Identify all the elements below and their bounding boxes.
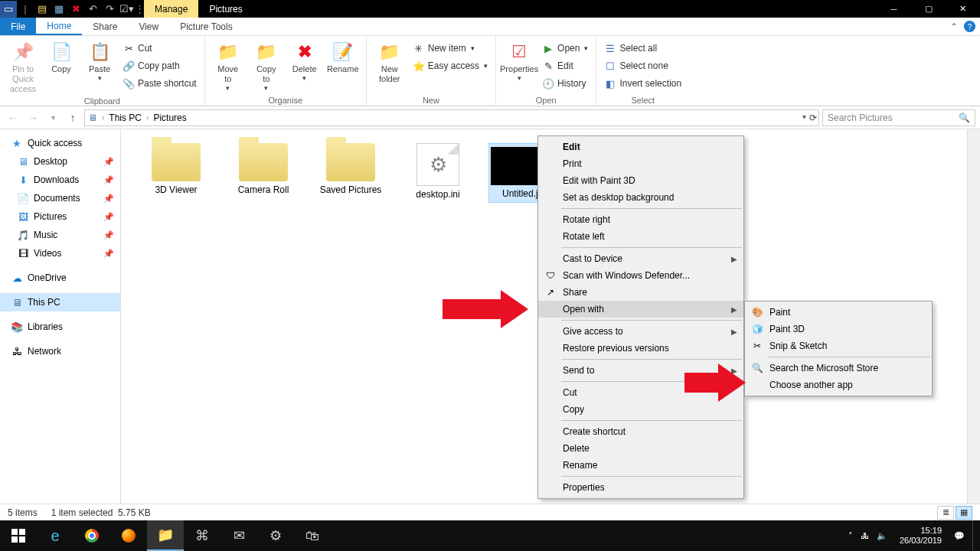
tray-overflow-icon[interactable]: ˄ xyxy=(848,531,853,541)
delete-button[interactable]: ✖Delete▾ xyxy=(286,38,323,83)
view-tab[interactable]: View xyxy=(128,18,169,35)
pin-to-quick-access-button[interactable]: 📌Pin to Quick access xyxy=(5,38,41,95)
taskbar-explorer[interactable]: 📁 xyxy=(147,520,184,551)
sidebar-item-desktop[interactable]: 🖥Desktop📌 xyxy=(0,152,120,171)
taskbar-mail[interactable]: ✉ xyxy=(220,520,257,551)
address-dropdown-icon[interactable]: ▾ xyxy=(802,112,806,123)
context-menu-item[interactable]: Edit with Paint 3D xyxy=(538,172,743,189)
context-menu-item[interactable]: Edit xyxy=(538,139,743,155)
picture-tools-tab[interactable]: Picture Tools xyxy=(169,18,243,35)
file-tab[interactable]: File xyxy=(0,18,36,35)
context-menu-item[interactable]: Create shortcut xyxy=(538,423,743,440)
folder-item[interactable]: Camera Roll xyxy=(227,143,300,195)
context-menu-item[interactable]: Properties xyxy=(538,479,743,496)
taskbar-firefox[interactable] xyxy=(110,520,147,551)
paste-shortcut-button[interactable]: 📎Paste shortcut xyxy=(119,75,200,92)
context-menu-item[interactable]: Give access to▶ xyxy=(538,323,743,340)
submenu-item[interactable]: 🔍Search the Microsoft Store xyxy=(745,360,932,377)
details-view-button[interactable]: ≣ xyxy=(937,506,954,520)
tray-volume-icon[interactable]: 🔈 xyxy=(877,531,887,541)
libraries-group[interactable]: 📚Libraries xyxy=(0,318,120,336)
maximize-button[interactable]: ▢ xyxy=(911,0,946,18)
context-menu-item[interactable]: Rename xyxy=(538,457,743,474)
submenu-item[interactable]: 🧊Paint 3D xyxy=(745,321,932,337)
cut-button[interactable]: ✂Cut xyxy=(119,40,200,57)
start-button[interactable] xyxy=(0,520,37,551)
file-item[interactable]: ⚙desktop.ini xyxy=(401,143,475,200)
taskbar-store[interactable]: 🛍 xyxy=(294,520,331,551)
context-tab-manage[interactable]: Manage xyxy=(144,0,198,18)
submenu-item[interactable]: ✂Snip & Sketch xyxy=(745,337,932,354)
context-menu-item[interactable]: Set as desktop background xyxy=(538,189,743,206)
forward-button[interactable]: → xyxy=(24,109,41,126)
this-pc-group[interactable]: 🖥This PC xyxy=(0,293,120,311)
qat-delete-icon[interactable]: ✖ xyxy=(67,1,84,18)
move-to-button[interactable]: 📁Move to▾ xyxy=(210,38,247,93)
taskbar-chrome[interactable] xyxy=(74,520,110,551)
new-folder-button[interactable]: 📁New folder xyxy=(371,38,408,84)
recent-locations-button[interactable]: ▾ xyxy=(44,109,61,126)
sidebar-item-documents[interactable]: 📄Documents📌 xyxy=(0,189,120,207)
sidebar-item-videos[interactable]: 🎞Videos📌 xyxy=(0,244,120,262)
qat-undo-icon[interactable]: ↶ xyxy=(84,1,101,18)
file-list[interactable]: 3D Viewer Camera Roll Saved Pictures ⚙de… xyxy=(121,129,980,504)
qat-properties-icon[interactable]: ▤ xyxy=(34,1,51,18)
copy-button[interactable]: 📄Copy xyxy=(43,38,80,74)
context-menu-item[interactable]: Cut xyxy=(538,384,743,401)
copy-path-button[interactable]: 🔗Copy path xyxy=(119,57,200,74)
qat-rename-icon[interactable]: ☑▾ xyxy=(118,1,135,18)
breadcrumb[interactable]: This PC xyxy=(109,112,142,123)
taskbar-clock[interactable]: 15:19 26/03/2019 xyxy=(895,526,946,546)
minimize-button[interactable]: ─ xyxy=(877,0,911,18)
new-item-button[interactable]: ✳New item ▾ xyxy=(410,40,491,57)
context-menu-item[interactable]: Rotate left xyxy=(538,228,743,245)
action-center-icon[interactable]: 💬 xyxy=(954,531,965,541)
app-icon[interactable]: ▭ xyxy=(0,1,17,18)
home-tab[interactable]: Home xyxy=(36,18,82,35)
context-menu-item[interactable]: Print xyxy=(538,155,743,172)
context-menu-item[interactable]: Rotate right xyxy=(538,211,743,228)
up-button[interactable]: ↑ xyxy=(64,109,81,126)
address-bar[interactable]: 🖥 › This PC › Pictures ▾ ⟳ xyxy=(84,109,819,126)
rename-button[interactable]: 📝Rename xyxy=(325,38,361,74)
select-all-button[interactable]: ☰Select all xyxy=(601,40,684,57)
onedrive-group[interactable]: ☁OneDrive xyxy=(0,269,120,287)
history-button[interactable]: 🕘History xyxy=(539,75,591,92)
sidebar-item-downloads[interactable]: ⬇Downloads📌 xyxy=(0,171,120,189)
icons-view-button[interactable]: ▦ xyxy=(956,506,972,520)
properties-button[interactable]: ☑Properties▾ xyxy=(501,38,537,83)
copy-to-button[interactable]: 📁Copy to▾ xyxy=(248,38,285,93)
vertical-scrollbar[interactable] xyxy=(967,129,980,504)
submenu-item[interactable]: 🎨Paint xyxy=(745,304,932,321)
network-group[interactable]: 🖧Network xyxy=(0,342,120,360)
close-button[interactable]: ✕ xyxy=(946,0,980,18)
taskbar-terminal[interactable]: ⌘ xyxy=(184,520,220,551)
qat-more-icon[interactable]: ⋮ xyxy=(135,1,144,18)
paste-button[interactable]: 📋Paste▾ xyxy=(81,38,118,83)
folder-item[interactable]: Saved Pictures xyxy=(314,143,387,195)
context-menu-item[interactable]: ↗Share xyxy=(538,284,743,301)
tray-network-icon[interactable]: 🖧 xyxy=(861,531,869,540)
search-input[interactable]: Search Pictures 🔍 xyxy=(822,109,975,126)
breadcrumb[interactable]: Pictures xyxy=(153,112,186,123)
help-icon[interactable]: ? xyxy=(964,21,975,32)
edit-button[interactable]: ✎Edit xyxy=(539,57,591,74)
share-tab[interactable]: Share xyxy=(82,18,128,35)
quick-access-group[interactable]: ★Quick access xyxy=(0,134,120,152)
context-menu-item[interactable]: Cast to Device▶ xyxy=(538,250,743,267)
taskbar-edge[interactable]: e xyxy=(37,520,74,551)
taskbar-settings[interactable]: ⚙ xyxy=(257,520,294,551)
submenu-item[interactable]: Choose another app xyxy=(745,377,932,393)
invert-selection-button[interactable]: ◧Invert selection xyxy=(601,75,684,92)
sidebar-item-music[interactable]: 🎵Music📌 xyxy=(0,226,120,244)
context-menu-item[interactable]: Open with▶ xyxy=(538,301,743,318)
easy-access-button[interactable]: ⭐Easy access ▾ xyxy=(410,57,491,74)
select-none-button[interactable]: ☐Select none xyxy=(601,57,684,74)
folder-item[interactable]: 3D Viewer xyxy=(139,143,213,195)
show-desktop-button[interactable] xyxy=(972,520,977,551)
refresh-icon[interactable]: ⟳ xyxy=(809,112,817,123)
context-menu-item[interactable]: Send to▶ xyxy=(538,362,743,379)
context-menu-item[interactable]: Copy xyxy=(538,401,743,418)
qat-redo-icon[interactable]: ↷ xyxy=(101,1,118,18)
sidebar-item-pictures[interactable]: 🖼Pictures📌 xyxy=(0,207,120,226)
